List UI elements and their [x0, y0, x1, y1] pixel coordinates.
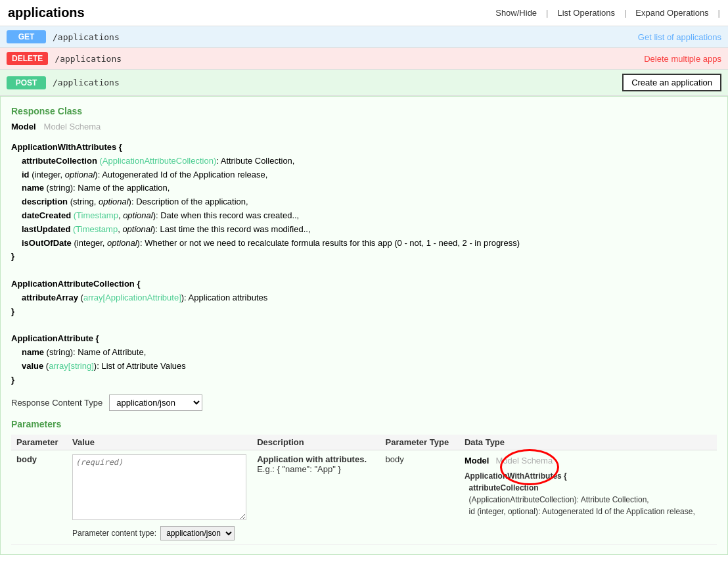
data-type-field1: attributeCollection (ApplicationAttribut… [465, 482, 712, 506]
col-param-type: Parameter Type [380, 435, 459, 450]
page-header: applications Show/Hide | List Operations… [0, 0, 728, 26]
list-operations-link[interactable]: List Operations [557, 8, 614, 18]
param-name: body [11, 450, 67, 545]
model-tab-model[interactable]: Model [11, 120, 36, 133]
expand-operations-link[interactable]: Expand Operations [635, 8, 708, 18]
col-data-type: Data Type [459, 435, 717, 450]
model-tab-schema[interactable]: Model Schema [44, 120, 101, 133]
content-type-select[interactable]: application/json application/xml text/pl… [109, 395, 202, 411]
get-endpoint-row[interactable]: GET /applications Get list of applicatio… [0, 26, 728, 48]
header-actions: Show/Hide | List Operations | Expand Ope… [495, 8, 720, 18]
post-method-badge: POST [7, 76, 46, 89]
param-data-type-cell: Model Model Schema ApplicationWithAttrib… [459, 450, 717, 545]
sep3: | [718, 8, 720, 18]
data-type-model-active[interactable]: Model [465, 456, 489, 466]
schema-block: ApplicationWithAttributes { attributeCol… [11, 141, 717, 387]
data-type-model-links: Model Model Schema [465, 454, 712, 467]
post-endpoint-path: /applications [53, 78, 622, 87]
data-type-field2: id (integer, optional): Autogenerated Id… [465, 506, 712, 517]
show-hide-link[interactable]: Show/Hide [495, 8, 537, 18]
param-description-cell: Application with attributes. E.g.: { "na… [252, 450, 380, 545]
table-row: body Parameter content type: application… [11, 450, 717, 545]
class1-name: ApplicationWithAttributes { [11, 142, 122, 152]
delete-endpoint-description: Delete multiple apps [644, 54, 721, 64]
post-endpoint-row[interactable]: POST /applications Create an application [0, 70, 728, 96]
col-parameter: Parameter [11, 435, 67, 450]
col-description: Description [252, 435, 380, 450]
sep1: | [546, 8, 548, 18]
param-content-type-label: Parameter content type: [72, 529, 156, 538]
content-type-label: Response Content Type [11, 398, 102, 408]
get-method-badge: GET [7, 30, 46, 43]
param-value-cell: Parameter content type: application/json… [67, 450, 252, 545]
param-desc-bold: Application with attributes. [257, 454, 367, 464]
param-desc-example: E.g.: { "name": "App" } [257, 464, 341, 474]
class3-name: ApplicationAttribute { [11, 333, 99, 343]
expanded-post-section: Response Class Model Model Schema Applic… [0, 96, 728, 555]
data-type-section: Model Model Schema ApplicationWithAttrib… [465, 454, 712, 517]
delete-endpoint-row[interactable]: DELETE /applications Delete multiple app… [0, 48, 728, 70]
model-schema-circle-container: Model Model Schema [465, 454, 553, 467]
create-application-button[interactable]: Create an application [622, 74, 721, 91]
get-endpoint-description: Get list of applications [638, 32, 721, 42]
data-type-model-schema-link[interactable]: Model Schema [495, 456, 553, 466]
content-type-row: Response Content Type application/json a… [11, 395, 717, 411]
data-type-class-name: ApplicationWithAttributes { [465, 470, 712, 482]
response-class-title: Response Class [11, 106, 717, 116]
param-content-type-select[interactable]: application/json application/xml [160, 526, 235, 540]
parameters-table: Parameter Value Description Parameter Ty… [11, 435, 717, 545]
param-body-textarea[interactable] [72, 454, 246, 520]
sep2: | [624, 8, 626, 18]
param-type-cell: body [380, 450, 459, 545]
class2-name: ApplicationAttributeCollection { [11, 279, 140, 289]
get-endpoint-path: /applications [53, 32, 638, 42]
delete-method-badge: DELETE [7, 52, 48, 65]
parameters-title: Parameters [11, 419, 717, 429]
param-content-type-row: Parameter content type: application/json… [72, 526, 246, 540]
page-title: applications [8, 5, 85, 20]
col-value: Value [67, 435, 252, 450]
model-tabs: Model Model Schema [11, 120, 717, 133]
delete-endpoint-path: /applications [55, 54, 644, 64]
